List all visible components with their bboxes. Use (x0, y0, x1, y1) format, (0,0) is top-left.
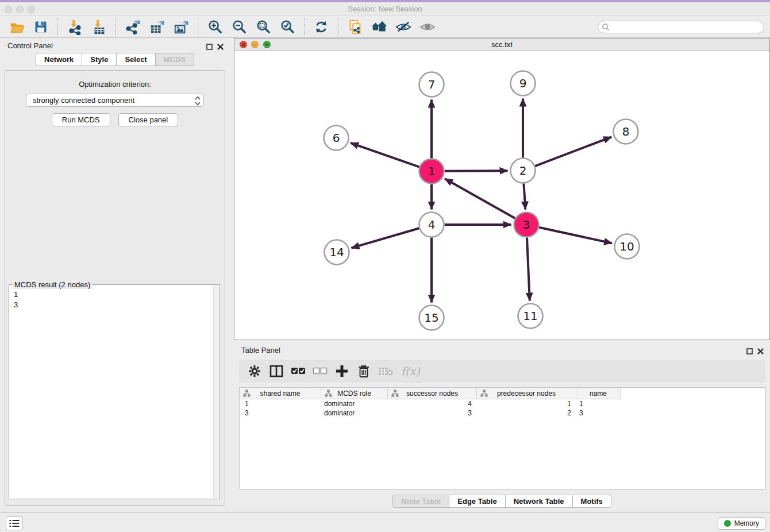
graph-edge-2-8[interactable] (535, 137, 611, 166)
graph-edge-1-2[interactable] (444, 171, 507, 171)
function-builder-icon: f(x) (401, 365, 420, 377)
toolbar-separator (116, 18, 116, 36)
graph-node-9[interactable]: 9 (511, 71, 536, 96)
table-tab-node-table[interactable]: Node Table (392, 495, 449, 508)
svg-text:14: 14 (329, 245, 344, 259)
table-row[interactable]: 3dominator323 (240, 408, 765, 418)
graph-node-3[interactable]: 3 (514, 213, 539, 237)
graph-edge-1-6[interactable] (351, 143, 419, 167)
network-window-titlebar[interactable]: ✕ − + scc.txt (234, 38, 769, 51)
svg-text:1: 1 (428, 164, 436, 178)
node-table: shared nameMCDS rolesuccessor nodesprede… (239, 387, 766, 489)
tab-mcds[interactable]: MCDS (155, 53, 194, 66)
table-cell[interactable]: 3 (576, 408, 621, 418)
control-panel-title: Control Panel (7, 41, 53, 50)
graph-node-14[interactable]: 14 (325, 240, 349, 265)
toolbar-separator (57, 18, 58, 36)
result-scrollbar[interactable] (213, 286, 219, 498)
table-row[interactable]: 1dominator411 (240, 399, 765, 408)
table-cell[interactable]: 1 (477, 399, 576, 408)
column-header-predecessor-nodes[interactable]: predecessor nodes (477, 388, 576, 399)
graph-edge-4-14[interactable] (351, 228, 419, 248)
table-tab-edge-table[interactable]: Edge Table (449, 495, 505, 508)
delete-table-icon (378, 364, 393, 379)
memory-status-icon (724, 520, 731, 527)
search-input[interactable] (598, 21, 764, 33)
graph-node-7[interactable]: 7 (419, 72, 444, 97)
graph-node-2[interactable]: 2 (511, 159, 536, 183)
table-tabs: Node TableEdge TableNetwork TableMotifs (234, 495, 770, 508)
svg-text:2: 2 (519, 164, 527, 178)
export-network-icon[interactable] (124, 18, 141, 36)
graph-node-15[interactable]: 15 (419, 306, 444, 330)
table-cell[interactable]: dominator (321, 399, 388, 408)
add-icon[interactable] (334, 364, 349, 379)
graph-edge-3-1[interactable] (445, 179, 515, 218)
mcds-result-box: MCDS result (2 nodes) 13 (9, 284, 220, 499)
graph-node-11[interactable]: 11 (518, 304, 543, 329)
table-cell[interactable]: 2 (477, 408, 576, 418)
graph-node-10[interactable]: 10 (615, 234, 640, 259)
zoom-in-icon[interactable] (206, 18, 224, 36)
columns-icon[interactable] (269, 364, 284, 379)
table-cell[interactable]: 1 (576, 399, 621, 408)
graph-edge-2-3[interactable] (523, 183, 525, 209)
column-header-name[interactable]: name (576, 388, 621, 399)
import-network-icon[interactable] (66, 18, 83, 36)
search-field (598, 21, 764, 33)
graph-node-1[interactable]: 1 (419, 159, 444, 184)
optimization-dropdown[interactable]: strongly connected component (26, 94, 204, 107)
run-mcds-button[interactable]: Run MCDS (52, 113, 110, 126)
main-toolbar (0, 16, 770, 38)
graph-node-8[interactable]: 8 (614, 119, 638, 144)
delete-icon[interactable] (356, 364, 371, 379)
zoom-selected-icon[interactable] (279, 18, 296, 36)
graph-node-6[interactable]: 6 (324, 126, 349, 151)
column-header-shared-name[interactable]: shared name (240, 388, 321, 399)
open-session-icon[interactable] (8, 18, 25, 36)
table-cell[interactable]: 4 (388, 399, 477, 408)
first-neighbors-icon[interactable] (371, 18, 388, 36)
graph-edge-3-10[interactable] (539, 228, 612, 244)
table-cell[interactable]: 3 (388, 408, 477, 418)
deselect-all-icon[interactable] (313, 364, 328, 379)
hide-selected-icon[interactable] (395, 18, 412, 36)
task-history-button[interactable] (6, 516, 23, 530)
select-all-icon[interactable] (291, 364, 306, 379)
float-table-panel-icon[interactable] (746, 346, 753, 357)
table-cell[interactable]: 3 (240, 408, 321, 418)
close-table-panel-icon[interactable] (757, 346, 764, 357)
dropdown-stepper-icon (194, 95, 201, 110)
svg-text:11: 11 (523, 309, 537, 323)
graph-edge-3-11[interactable] (527, 237, 530, 300)
status-bar: Memory (0, 512, 770, 532)
close-panel-button[interactable]: Close panel (118, 113, 179, 126)
export-table-icon[interactable] (148, 18, 165, 36)
close-panel-icon[interactable] (217, 42, 224, 52)
zoom-out-icon[interactable] (230, 18, 248, 36)
memory-button[interactable]: Memory (718, 517, 765, 530)
table-tab-motifs[interactable]: Motifs (572, 495, 611, 508)
tab-select[interactable]: Select (116, 53, 155, 66)
network-canvas[interactable]: 7968124314101511 (234, 51, 769, 340)
column-header-successor-nodes[interactable]: successor nodes (388, 388, 477, 399)
float-panel-icon[interactable] (206, 42, 213, 52)
tab-style[interactable]: Style (82, 53, 117, 66)
column-header-mcds-role[interactable]: MCDS role (321, 388, 388, 399)
window-title: Session: New Session (0, 5, 770, 13)
tab-network[interactable]: Network (36, 53, 82, 66)
save-session-icon[interactable] (32, 18, 49, 36)
gear-icon[interactable] (247, 364, 262, 379)
new-network-from-selection-icon[interactable] (346, 18, 364, 36)
dropdown-value: strongly connected component (33, 96, 134, 105)
zoom-fit-icon[interactable] (255, 18, 272, 36)
show-all-icon[interactable] (419, 18, 436, 36)
export-image-icon[interactable] (172, 18, 190, 36)
refresh-icon[interactable] (313, 18, 330, 36)
graph-node-4[interactable]: 4 (419, 213, 444, 237)
table-body: 1dominator4113dominator323 (240, 399, 765, 418)
table-cell[interactable]: dominator (321, 408, 388, 418)
table-tab-network-table[interactable]: Network Table (505, 495, 573, 508)
table-cell[interactable]: 1 (240, 399, 321, 408)
import-table-icon[interactable] (90, 18, 107, 36)
